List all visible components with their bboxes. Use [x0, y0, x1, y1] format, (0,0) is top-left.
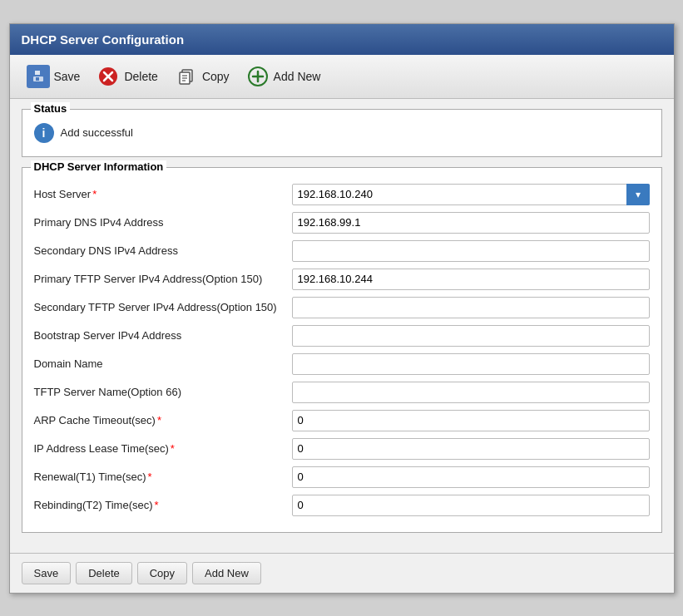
- ip-lease-time-input[interactable]: [292, 438, 650, 460]
- delete-button[interactable]: Delete: [90, 62, 164, 91]
- dhcp-section-label: DHCP Server Information: [31, 160, 167, 173]
- domain-name-input[interactable]: [292, 353, 650, 375]
- label-rebinding-t2: Rebinding(T2) Time(sec)*: [34, 499, 292, 511]
- save-label: Save: [54, 70, 81, 83]
- bottom-save-button[interactable]: Save: [22, 562, 72, 584]
- tftp-name-input[interactable]: [292, 382, 650, 403]
- required-star: *: [157, 414, 161, 426]
- addnew-button[interactable]: Add New: [240, 62, 328, 91]
- bootstrap-server-input[interactable]: [292, 325, 650, 347]
- form-row-renewal-t1: Renewal(T1) Time(sec)*: [34, 466, 650, 489]
- status-section-label: Status: [31, 102, 71, 115]
- renewal-t1-input[interactable]: [292, 466, 650, 488]
- form-row-secondary-tftp: Secondary TFTP Server IPv4 Address(Optio…: [34, 296, 650, 319]
- page-title: DHCP Server Configuration: [22, 32, 185, 47]
- delete-label: Delete: [124, 70, 157, 83]
- status-section: Status i Add successful: [22, 109, 662, 157]
- form-row-host-server: Host Server*192.168.10.240▾: [34, 183, 650, 206]
- label-bootstrap-server: Bootstrap Server IPv4 Address: [34, 329, 292, 342]
- title-bar: DHCP Server Configuration: [10, 24, 674, 55]
- label-ip-lease-time: IP Address Lease Time(sec)*: [34, 442, 292, 455]
- label-secondary-dns: Secondary DNS IPv4 Address: [34, 244, 292, 257]
- label-renewal-t1: Renewal(T1) Time(sec)*: [34, 471, 292, 483]
- label-host-server: Host Server*: [34, 188, 292, 200]
- bottom-toolbar: Save Delete Copy Add New: [10, 553, 674, 593]
- addnew-label: Add New: [274, 70, 321, 83]
- label-primary-dns: Primary DNS IPv4 Address: [34, 216, 292, 229]
- copy-label: Copy: [202, 70, 230, 83]
- label-secondary-tftp: Secondary TFTP Server IPv4 Address(Optio…: [34, 301, 292, 313]
- label-domain-name: Domain Name: [34, 357, 292, 370]
- svg-rect-1: [35, 71, 40, 75]
- dhcp-info-section: DHCP Server Information Host Server*192.…: [22, 167, 662, 533]
- select-wrapper-host-server: 192.168.10.240▾: [292, 184, 650, 205]
- primary-dns-input[interactable]: [292, 212, 650, 234]
- form-row-ip-lease-time: IP Address Lease Time(sec)*: [34, 437, 650, 461]
- secondary-dns-input[interactable]: [292, 240, 650, 262]
- form-row-arp-cache-timeout: ARP Cache Timeout(sec)*: [34, 409, 650, 432]
- toolbar: Save Delete Copy: [10, 55, 674, 99]
- form-row-primary-dns: Primary DNS IPv4 Address: [34, 211, 650, 234]
- required-star: *: [148, 471, 152, 483]
- copy-icon: [175, 65, 198, 88]
- bottom-addnew-button[interactable]: Add New: [192, 562, 261, 584]
- host-server-select[interactable]: 192.168.10.240: [292, 184, 650, 205]
- form-row-tftp-name: TFTP Server Name(Option 66): [34, 381, 650, 404]
- secondary-tftp-input[interactable]: [292, 297, 650, 318]
- copy-button[interactable]: Copy: [168, 62, 236, 91]
- content-area: Status i Add successful DHCP Server Info…: [10, 99, 674, 553]
- bottom-copy-button[interactable]: Copy: [137, 562, 187, 584]
- form-row-bootstrap-server: Bootstrap Server IPv4 Address: [34, 324, 650, 347]
- bottom-delete-button[interactable]: Delete: [76, 562, 132, 584]
- form-row-primary-tftp: Primary TFTP Server IPv4 Address(Option …: [34, 268, 650, 291]
- form-row-secondary-dns: Secondary DNS IPv4 Address: [34, 239, 650, 263]
- status-message: Add successful: [61, 126, 133, 139]
- addnew-icon: [246, 65, 270, 88]
- required-star: *: [171, 442, 175, 455]
- label-primary-tftp: Primary TFTP Server IPv4 Address(Option …: [34, 273, 292, 285]
- form-row-rebinding-t2: Rebinding(T2) Time(sec)*: [34, 494, 650, 517]
- required-star: *: [155, 499, 159, 511]
- svg-rect-3: [36, 77, 39, 81]
- main-window: DHCP Server Configuration Save: [9, 23, 675, 594]
- delete-icon: [97, 65, 120, 88]
- rebinding-t2-input[interactable]: [292, 495, 650, 516]
- save-button[interactable]: Save: [20, 62, 87, 91]
- required-star: *: [92, 188, 97, 200]
- arp-cache-timeout-input[interactable]: [292, 410, 650, 431]
- form-row-domain-name: Domain Name: [34, 352, 650, 376]
- label-arp-cache-timeout: ARP Cache Timeout(sec)*: [34, 414, 292, 426]
- label-tftp-name: TFTP Server Name(Option 66): [34, 386, 292, 398]
- primary-tftp-input[interactable]: [292, 269, 650, 290]
- save-icon: [27, 65, 50, 88]
- info-icon: i: [34, 123, 54, 143]
